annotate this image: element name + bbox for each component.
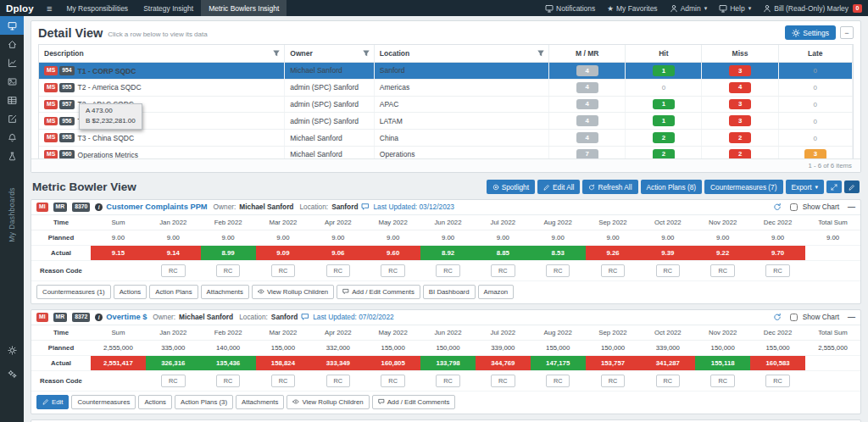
bowler-action-edit[interactable]: Edit (36, 395, 69, 409)
bowler-action-action-plans-3[interactable]: Action Plans (3) (175, 395, 233, 409)
column-header-m-mr[interactable]: M / MR (549, 45, 626, 63)
mbv-pencil-button[interactable] (844, 180, 860, 193)
sidebar-item-grid[interactable] (0, 91, 24, 109)
nav-tab-my-responsibilities[interactable]: My Responsibilities (58, 0, 136, 16)
sidebar-item-image[interactable] (0, 72, 24, 91)
column-header-description[interactable]: Description (39, 45, 285, 63)
menu-toggle-icon[interactable]: ≡ (40, 3, 58, 14)
bowler-action-view-rollup-children[interactable]: View Rollup Children (287, 395, 369, 409)
table-row[interactable]: MS958T3 - China SQDCMichael SanfordChina… (39, 130, 853, 147)
favorites-link[interactable]: ★ My Favorites (601, 0, 663, 16)
hit-value: 0 (662, 84, 665, 92)
mbv-button-refresh-all[interactable]: Refresh All (582, 180, 637, 194)
admin-menu[interactable]: Admin ▾ (664, 0, 714, 16)
mbv-button-spotlight[interactable]: Spotlight (487, 180, 535, 194)
sidebar-item-compose[interactable] (0, 109, 24, 128)
bowler-action-action-plans[interactable]: Action Plans (149, 285, 198, 299)
funnel-icon (362, 49, 370, 58)
bowler-title-link[interactable]: Overtime $ (106, 313, 147, 321)
reason-code-button[interactable]: RC (656, 264, 681, 277)
reason-code-button[interactable]: RC (765, 375, 790, 387)
info-icon[interactable]: i (95, 203, 103, 211)
sidebar-item-monitor[interactable] (0, 16, 24, 35)
reason-code-button[interactable]: RC (381, 264, 405, 277)
reason-code-button[interactable]: RC (271, 375, 296, 387)
location-label: Location: (299, 203, 328, 211)
sidebar-item-gear[interactable] (0, 341, 24, 359)
actual-cell: 341,287 (640, 355, 695, 370)
column-header-miss[interactable]: Miss (702, 45, 778, 63)
mbv-button-countermeasures-7[interactable]: Countermeasures (7) (704, 180, 782, 194)
sidebar-item-cogs[interactable] (0, 364, 24, 383)
bowler-action-countermeasures[interactable]: Countermeasures (71, 395, 136, 409)
help-menu[interactable]: Help ▾ (713, 0, 757, 16)
reason-code-button[interactable]: RC (436, 264, 460, 277)
table-row[interactable]: MS956T2 - LATAM SQDCadmin (SPC) SanfordL… (39, 113, 853, 130)
reason-code-button[interactable]: RC (216, 375, 241, 387)
nav-tab-metric-bowlers-insight[interactable]: Metric Bowlers Insight (201, 0, 287, 16)
mbv-button-edit-all[interactable]: Edit All (537, 180, 580, 194)
mbv-button-export[interactable]: Export▾ (786, 180, 825, 194)
mmr-badge: 4 (576, 65, 598, 76)
user-menu[interactable]: Bill (Read-Only) Marley 0 (757, 0, 868, 16)
refresh-button[interactable] (773, 203, 782, 211)
column-header-owner[interactable]: Owner (285, 45, 375, 63)
reason-code-button[interactable]: RC (326, 264, 351, 277)
reason-code-button[interactable]: RC (710, 264, 735, 277)
bowler-action-add-edit-comments[interactable]: Add / Edit Comments (372, 395, 456, 409)
mbv-button-action-plans-8[interactable]: Action Plans (8) (641, 180, 703, 194)
refresh-button[interactable] (773, 313, 782, 321)
reason-code-button[interactable]: RC (546, 375, 570, 387)
bowler-action-bi-dashboard[interactable]: BI Dashboard (423, 285, 476, 299)
bowler-action-attachments[interactable]: Attachments (201, 285, 249, 299)
reason-code-button[interactable]: RC (161, 264, 186, 277)
bowler-title-link[interactable]: Customer Complaints PPM (106, 203, 207, 211)
collapse-panel-button[interactable]: − (840, 26, 854, 39)
bowler-action-view-rollup-children[interactable]: View Rollup Children (252, 285, 334, 299)
metric-bowler-header: Metric Bowler View SpotlightEdit AllRefr… (32, 180, 860, 194)
reason-code-button[interactable]: RC (381, 375, 405, 387)
sidebar-item-bell[interactable] (0, 128, 24, 147)
mbv-expand-button[interactable] (826, 180, 842, 193)
nav-tab-strategy-insight[interactable]: Strategy Insight (136, 0, 201, 16)
collapse-bowler-icon[interactable]: — (848, 203, 855, 211)
last-updated-link[interactable]: Last Updated: 07/02/2022 (313, 313, 394, 321)
show-chart-checkbox[interactable] (790, 203, 798, 211)
reason-code-button[interactable]: RC (491, 264, 515, 277)
table-row[interactable]: MS955T2 - America SQDCadmin (SPC) Sanfor… (39, 79, 853, 96)
reason-code-button[interactable]: RC (710, 375, 735, 387)
settings-button[interactable]: Settings (785, 25, 836, 40)
bowler-action-countermeasures-1[interactable]: Countermeasures (1) (36, 285, 111, 299)
bowler-action-add-edit-comments[interactable]: Add / Edit Comments (337, 285, 420, 299)
chevron-down-icon: ▾ (815, 184, 818, 191)
bowler-action-amazon[interactable]: Amazon (478, 285, 515, 299)
bowler-action-actions[interactable]: Actions (114, 285, 147, 299)
info-icon[interactable]: i (95, 314, 103, 321)
reason-code-button[interactable]: RC (271, 264, 296, 277)
column-header-location[interactable]: Location (374, 45, 548, 63)
last-updated-link[interactable]: Last Updated: 03/12/2023 (373, 203, 454, 211)
bowler-action-attachments[interactable]: Attachments (236, 395, 284, 409)
reason-code-button[interactable]: RC (601, 375, 626, 387)
reason-code-button[interactable]: RC (216, 264, 241, 277)
reason-code-button[interactable]: RC (656, 375, 681, 387)
sidebar-item-flask[interactable] (0, 147, 24, 165)
bowler-action-actions[interactable]: Actions (138, 395, 172, 409)
column-header-late[interactable]: Late (778, 45, 852, 63)
reason-code-button[interactable]: RC (765, 264, 790, 277)
reason-code-button[interactable]: RC (601, 264, 626, 277)
show-chart-checkbox[interactable] (790, 314, 798, 321)
reason-code-button[interactable]: RC (491, 375, 515, 387)
reason-code-button[interactable]: RC (546, 264, 570, 277)
table-row[interactable]: MS957T2 - APAC SQDCadmin (SPC) SanfordAP… (39, 96, 853, 113)
reason-code-button[interactable]: RC (161, 375, 186, 387)
collapse-bowler-icon[interactable]: — (848, 313, 855, 321)
sidebar-item-home[interactable] (0, 35, 24, 53)
notifications-link[interactable]: Notifications (539, 0, 601, 16)
sidebar-item-chart[interactable] (0, 53, 24, 72)
row-miss-cell: 3 (702, 96, 778, 113)
column-header-hit[interactable]: Hit (626, 45, 702, 63)
table-row[interactable]: MS954T1 - CORP SQDCMichael SanfordSanfor… (39, 63, 853, 80)
reason-code-button[interactable]: RC (326, 375, 351, 387)
reason-code-button[interactable]: RC (436, 375, 460, 387)
